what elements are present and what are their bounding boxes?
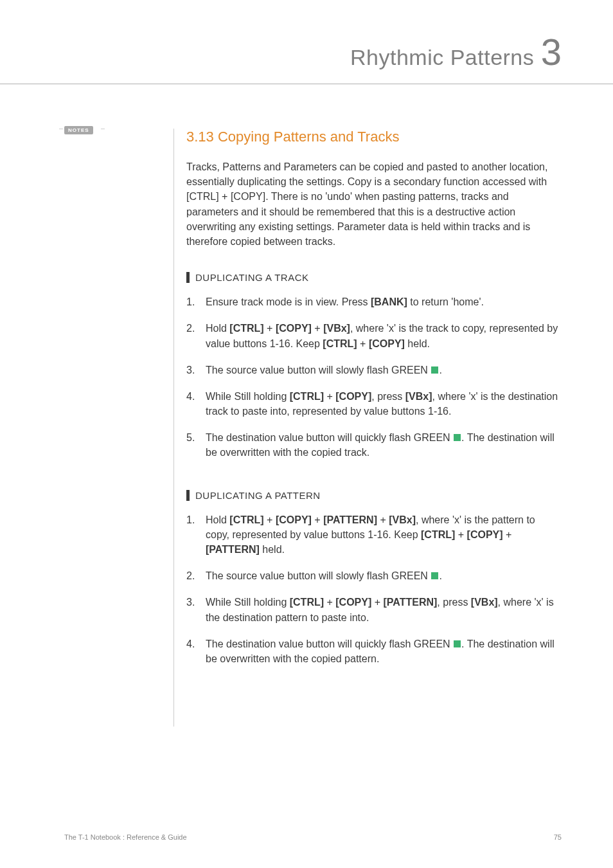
- page-footer: The T-1 Notebook : Reference & Guide 75: [64, 833, 562, 841]
- page-number: 75: [554, 833, 562, 841]
- key-label: [CTRL]: [229, 514, 263, 525]
- text: to return 'home'.: [407, 296, 484, 307]
- text: held.: [260, 544, 285, 555]
- footer-text: The T-1 Notebook : Reference & Guide: [64, 833, 187, 841]
- green-square-icon: [454, 434, 461, 441]
- steps-track: Ensure track mode is in view. Press [BAN…: [186, 294, 562, 460]
- text: The destination value button will quickl…: [206, 432, 453, 443]
- text: +: [324, 597, 335, 608]
- key-label: [CTRL]: [229, 323, 263, 334]
- text: , press: [371, 391, 405, 402]
- list-item: The destination value button will quickl…: [186, 637, 562, 666]
- block-heading-pattern: DUPLICATING A PATTERN: [186, 490, 562, 501]
- text: Ensure track mode is in view. Press: [206, 296, 371, 307]
- list-item: Ensure track mode is in view. Press [BAN…: [186, 294, 562, 309]
- list-item: Hold [CTRL] + [COPY] + [VBx], where 'x' …: [186, 321, 562, 350]
- key-label: [CTRL]: [290, 597, 324, 608]
- key-label: [COPY]: [467, 529, 503, 540]
- text: +: [357, 338, 369, 349]
- list-item: While Still holding [CTRL] + [COPY] + [P…: [186, 595, 562, 624]
- key-label: [PATTERN]: [384, 597, 438, 608]
- list-item: The source value button will slowly flas…: [186, 568, 562, 583]
- list-item: The destination value button will quickl…: [186, 430, 562, 460]
- chapter-title: Rhythmic Patterns: [350, 45, 534, 70]
- key-label: [CTRL]: [421, 529, 455, 540]
- list-item: Hold [CTRL] + [COPY] + [PATTERN] + [VBx]…: [186, 512, 562, 557]
- text: +: [371, 597, 383, 608]
- key-label: [COPY]: [369, 338, 405, 349]
- key-label: [CTRL]: [323, 338, 357, 349]
- text: .: [439, 365, 441, 375]
- text: +: [264, 323, 276, 334]
- key-label: [VBx]: [389, 514, 416, 525]
- text: +: [503, 529, 512, 540]
- main-content: 3.13 Copying Patterns and Tracks Tracks,…: [186, 129, 562, 696]
- key-label: [VBx]: [323, 323, 350, 334]
- header-rule: [0, 84, 613, 84]
- text: +: [312, 323, 323, 334]
- green-square-icon: [454, 640, 461, 647]
- key-label: [COPY]: [335, 391, 371, 402]
- list-item: While Still holding [CTRL] + [COPY], pre…: [186, 389, 562, 419]
- text: The source value button will slowly flas…: [206, 365, 431, 375]
- text: The destination value button will quickl…: [206, 638, 453, 649]
- page-header: Rhythmic Patterns 3: [350, 37, 562, 70]
- notes-label: NOTES: [64, 126, 93, 134]
- text: While Still holding: [206, 391, 290, 402]
- text: +: [324, 391, 335, 402]
- key-label: [COPY]: [276, 323, 312, 334]
- notes-tick: [101, 129, 105, 129]
- text: .: [439, 570, 441, 581]
- key-label: [CTRL]: [290, 391, 324, 402]
- list-item: The source value button will slowly flas…: [186, 363, 562, 377]
- chapter-number: 3: [541, 37, 562, 67]
- key-label: [BANK]: [371, 296, 407, 307]
- key-label: [VBx]: [405, 391, 432, 402]
- text: While Still holding: [206, 597, 290, 608]
- text: +: [455, 529, 466, 540]
- notes-tick: [59, 129, 63, 129]
- notes-divider: [173, 129, 174, 727]
- key-label: [PATTERN]: [323, 514, 377, 525]
- text: Hold: [206, 514, 229, 525]
- text: held.: [405, 338, 430, 349]
- green-square-icon: [431, 366, 438, 374]
- text: The source value button will slowly flas…: [206, 570, 431, 581]
- text: +: [264, 514, 276, 525]
- text: , press: [437, 597, 470, 608]
- text: +: [377, 514, 389, 525]
- green-square-icon: [431, 572, 438, 579]
- section-intro: Tracks, Patterns and Parameters can be c…: [186, 159, 562, 249]
- text: Hold: [206, 323, 229, 334]
- text: +: [312, 514, 323, 525]
- section-title: 3.13 Copying Patterns and Tracks: [186, 129, 562, 145]
- key-label: [COPY]: [276, 514, 312, 525]
- key-label: [PATTERN]: [206, 544, 260, 555]
- key-label: [COPY]: [335, 597, 371, 608]
- block-heading-track: DUPLICATING A TRACK: [186, 272, 562, 283]
- key-label: [VBx]: [471, 597, 498, 608]
- steps-pattern: Hold [CTRL] + [COPY] + [PATTERN] + [VBx]…: [186, 512, 562, 667]
